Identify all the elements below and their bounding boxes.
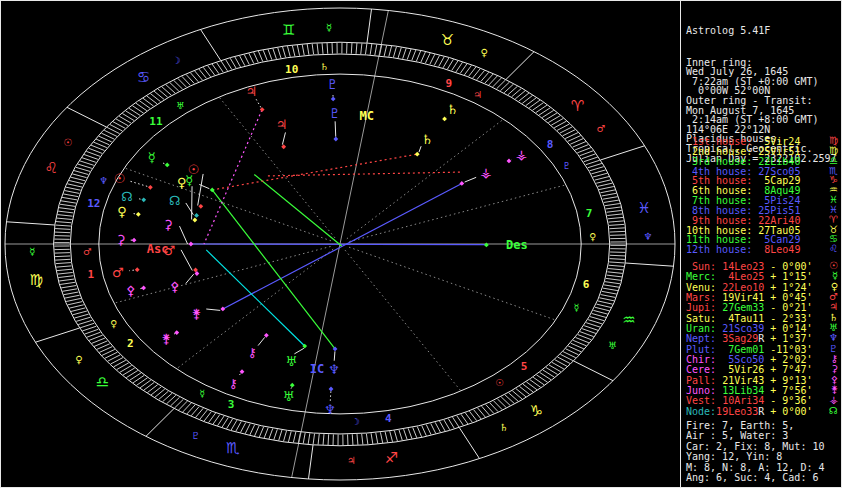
zodiac-sign-icon: ♏ (226, 439, 240, 457)
degree-tick (356, 43, 357, 54)
house-cusp-line (349, 185, 566, 242)
natal-planet-icon: ♀ (177, 175, 187, 190)
degree-tick (413, 427, 417, 437)
degree-tick (452, 61, 458, 71)
sign-divider (506, 52, 534, 80)
planet-position: 27Gem33 (716, 302, 764, 313)
degree-tick (60, 204, 75, 206)
natal-planet-icon: ☊ (169, 193, 181, 208)
transit-position-dot (141, 197, 146, 202)
stats-line: Ang: 6, Suc: 4, Cad: 6 (686, 473, 824, 483)
natal-planet-icon: ♆ (328, 362, 340, 377)
aspect-endpoint-dot (484, 242, 489, 247)
transit-pointer-line (162, 162, 165, 163)
planet-position: 13Lib34 (716, 385, 764, 396)
natal-position-dot (189, 242, 194, 247)
planet-label: Uran: (686, 323, 716, 334)
degree-tick (610, 231, 625, 232)
degree-tick (239, 56, 244, 66)
degree-tick (71, 308, 86, 312)
house-ruler-icon: ♀ (589, 231, 596, 242)
degree-tick (440, 421, 446, 431)
transit-position-dot (136, 212, 141, 217)
degree-tick (55, 232, 70, 233)
degree-tick (365, 44, 366, 55)
planet-velocity: + 1°15' (764, 271, 812, 282)
degree-tick (61, 201, 76, 203)
planet-position: 19Vir41 (716, 292, 764, 303)
astrolog-window: ♈♂♉♀♊☿♋☽♌☉♍☿♎♀♏♇♐♃♑♄♒♅♓♆1♂2♀3☿4☽5☉6☿7♀8♇… (0, 0, 842, 488)
degree-tick (297, 45, 299, 56)
natal-pointer-line (334, 351, 335, 360)
house-number: 6 (583, 278, 590, 291)
natal-pointer-line (335, 121, 336, 136)
degree-tick (273, 48, 277, 59)
planet-position: 21Vir43 (716, 375, 764, 386)
planet-velocity: + 0°45' (764, 292, 812, 303)
natal-pointer-line (180, 226, 188, 244)
sign-ruler-icon: ☿ (29, 246, 35, 257)
degree-tick (57, 218, 72, 219)
zodiac-sign-icon: ♋ (137, 68, 150, 86)
degree-tick (255, 426, 260, 436)
degree-tick (606, 207, 621, 209)
degree-tick (609, 224, 624, 225)
degree-tick (590, 167, 604, 171)
houses-block: 1st house: 5Vir24♍ 2nd house: 25Vir51♍ 3… (686, 137, 840, 255)
degree-tick (322, 43, 323, 54)
degree-tick (235, 57, 241, 67)
degree-tick (307, 44, 309, 55)
sign-divider (67, 107, 107, 127)
house-ruler-icon: ♂ (83, 246, 92, 257)
house-ruler-icon: ♇ (562, 160, 571, 171)
transit-pointer-line (130, 181, 147, 186)
house-number: 9 (446, 77, 453, 90)
planet-velocity: - 2°33' (764, 313, 812, 324)
degree-tick (55, 256, 70, 257)
degree-tick (609, 228, 624, 229)
sign-ruler-icon: ♀ (75, 354, 82, 365)
transit-position-dot (148, 185, 153, 190)
degree-tick (244, 54, 249, 64)
planet-label: Nept: (686, 333, 716, 344)
aspect-line (212, 190, 335, 349)
degree-tick (78, 320, 92, 324)
natal-planet-icon: ⚶ (480, 165, 491, 180)
zodiac-sign-icon: ♒ (622, 311, 635, 329)
degree-tick (55, 259, 70, 260)
degree-tick (593, 310, 607, 314)
degree-tick (227, 419, 233, 429)
degree-tick (236, 421, 242, 431)
transit-planet-icon: ⚷ (228, 376, 238, 391)
degree-tick (80, 161, 94, 165)
degree-tick (60, 282, 75, 284)
house-ruler-icon: ♄ (320, 61, 329, 72)
transit-planet-icon: ♅ (283, 389, 295, 404)
degree-tick (292, 46, 295, 57)
degree-tick (607, 214, 622, 216)
degree-tick (76, 167, 90, 171)
transit-position-dot (240, 369, 245, 374)
transit-position-dot (507, 159, 512, 164)
house-ruler-icon: ♃ (473, 89, 482, 100)
degree-tick (605, 282, 620, 284)
degree-tick (68, 302, 83, 305)
degree-tick (274, 429, 278, 440)
natal-position-dot (264, 333, 269, 338)
degree-tick (609, 265, 624, 266)
degree-tick (422, 426, 427, 436)
degree-tick (595, 176, 610, 180)
zodiac-sign-icon: ♓ (637, 199, 650, 217)
natal-position-dot (220, 307, 225, 312)
degree-tick (598, 301, 613, 304)
degree-tick (586, 323, 600, 327)
degree-tick (74, 171, 88, 175)
degree-tick (596, 180, 611, 183)
natal-position-dot (194, 213, 199, 218)
transit-planet-icon: ♃ (246, 84, 258, 99)
transit-planet-icon: ♆ (324, 402, 336, 417)
planet-position: 5Sco50 (716, 354, 764, 365)
transit-position-dot (174, 330, 179, 335)
degree-tick (384, 45, 387, 56)
degree-tick (284, 431, 287, 442)
